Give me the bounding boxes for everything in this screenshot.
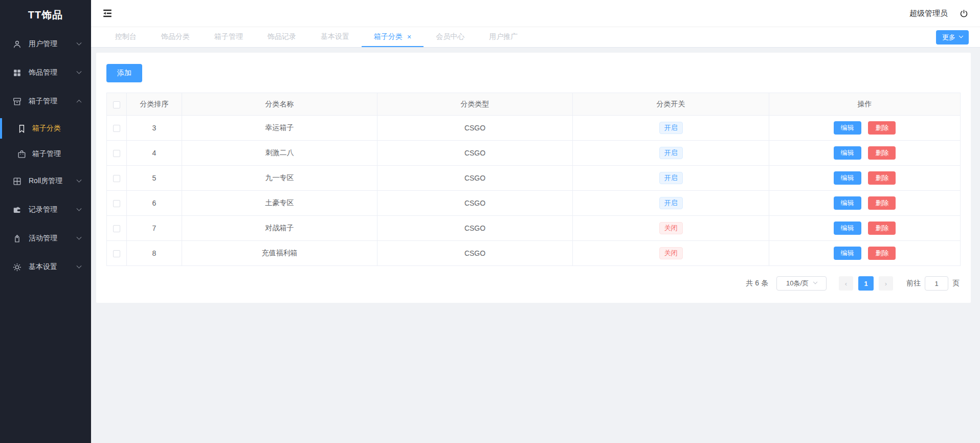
status-badge: 关闭: [659, 222, 683, 234]
tab-member-center[interactable]: 会员中心: [424, 27, 477, 47]
sidebar-item-user-management[interactable]: 用户管理: [0, 30, 91, 58]
row-checkbox[interactable]: [113, 225, 120, 232]
tab-user-promotion[interactable]: 用户推广: [477, 27, 530, 47]
chevron-down-icon: [959, 34, 963, 38]
cell-type: CSGO: [377, 216, 573, 241]
prev-page-button[interactable]: ‹: [839, 276, 853, 291]
delete-button[interactable]: 删除: [868, 196, 896, 210]
row-checkbox[interactable]: [113, 250, 120, 257]
column-header-order: 分类排序: [127, 93, 182, 116]
sidebar-item-label: 饰品管理: [29, 68, 57, 77]
table-row: 3 幸运箱子 CSGO 开启 编辑 删除: [107, 116, 961, 141]
row-checkbox[interactable]: [113, 200, 120, 207]
next-page-button[interactable]: ›: [879, 276, 893, 291]
edit-button[interactable]: 编辑: [834, 247, 861, 260]
sidebar-item-roll-room-management[interactable]: Roll房管理: [0, 167, 91, 195]
tab-ornament-category[interactable]: 饰品分类: [149, 27, 202, 47]
cell-name: 幸运箱子: [182, 116, 377, 141]
sidebar-item-label: 箱子分类: [32, 124, 61, 133]
edit-button[interactable]: 编辑: [834, 196, 861, 210]
status-badge: 开启: [659, 122, 683, 134]
cell-name: 九一专区: [182, 166, 377, 191]
tab-label: 会员中心: [436, 32, 464, 41]
table-row: 4 刺激二八 CSGO 开启 编辑 删除: [107, 141, 961, 166]
sidebar-item-basic-settings[interactable]: 基本设置: [0, 253, 91, 281]
cell-order: 3: [127, 116, 182, 141]
topbar-right: 超级管理员: [909, 9, 969, 18]
column-header-name: 分类名称: [182, 93, 377, 116]
top-header: 超级管理员: [91, 0, 980, 27]
sidebar-item-label: 基本设置: [29, 262, 57, 272]
cell-type: CSGO: [377, 166, 573, 191]
column-header-switch: 分类开关: [573, 93, 769, 116]
tab-box-category-active[interactable]: 箱子分类 ×: [362, 27, 424, 47]
tab-basic-settings[interactable]: 基本设置: [308, 27, 362, 47]
goto-page-input[interactable]: [925, 276, 948, 291]
cell-name: 对战箱子: [182, 216, 377, 241]
cell-order: 7: [127, 216, 182, 241]
edit-button[interactable]: 编辑: [834, 121, 861, 135]
delete-button[interactable]: 删除: [868, 247, 896, 260]
page-size-select[interactable]: 10条/页: [776, 276, 827, 291]
row-checkbox[interactable]: [113, 175, 120, 182]
chevron-down-icon: [813, 280, 817, 284]
edit-button[interactable]: 编辑: [834, 146, 861, 160]
view-tabs-bar: 控制台 饰品分类 箱子管理 饰品记录 基本设置 箱子分类 × 会员中心 用户推广…: [91, 27, 980, 48]
page-number-button[interactable]: 1: [858, 276, 874, 291]
page-unit-label: 页: [952, 279, 960, 288]
sidebar-item-box-management[interactable]: 箱子管理: [0, 87, 91, 116]
more-tabs-button[interactable]: 更多: [936, 30, 969, 45]
close-icon[interactable]: ×: [407, 33, 411, 40]
status-badge: 开启: [659, 197, 683, 209]
tab-label: 基本设置: [321, 32, 349, 41]
tab-console[interactable]: 控制台: [103, 27, 149, 47]
add-button[interactable]: 添加: [106, 64, 142, 82]
sidebar-item-label: 活动管理: [29, 234, 57, 243]
admin-name: 超级管理员: [909, 9, 948, 18]
gear-icon: [12, 262, 22, 272]
edit-button[interactable]: 编辑: [834, 221, 861, 235]
table-row: 6 土豪专区 CSGO 开启 编辑 删除: [107, 191, 961, 216]
bookmark-icon: [17, 124, 27, 134]
row-checkbox[interactable]: [113, 150, 120, 157]
sidebar-item-box-category[interactable]: 箱子分类: [0, 116, 91, 141]
bag-icon: [17, 149, 27, 159]
sidebar-item-record-management[interactable]: 记录管理: [0, 195, 91, 224]
category-table: 分类排序 分类名称 分类类型 分类开关 操作 3 幸运箱子 CSGO 开启: [106, 93, 961, 266]
cell-order: 4: [127, 141, 182, 166]
tab-box-management[interactable]: 箱子管理: [202, 27, 255, 47]
main-area: 超级管理员 控制台 饰品分类 箱子管理 饰品记录 基本设置 箱子分类 × 会员中…: [91, 0, 980, 443]
wallet-icon: [12, 205, 22, 215]
cell-type: CSGO: [377, 191, 573, 216]
delete-button[interactable]: 删除: [868, 221, 896, 235]
status-badge: 关闭: [659, 247, 683, 259]
collapse-sidebar-icon[interactable]: [102, 8, 113, 19]
power-icon[interactable]: [959, 9, 969, 18]
select-all-checkbox[interactable]: [113, 101, 120, 108]
header-select-cell: [107, 93, 127, 116]
chevron-down-icon: [77, 69, 82, 74]
delete-button[interactable]: 删除: [868, 171, 896, 185]
sidebar-item-activity-management[interactable]: 活动管理: [0, 224, 91, 253]
chevron-up-icon: [77, 99, 82, 104]
chevron-down-icon: [77, 234, 82, 239]
tab-ornament-records[interactable]: 饰品记录: [255, 27, 308, 47]
app-logo: TT饰品: [0, 0, 91, 30]
cell-order: 6: [127, 191, 182, 216]
row-checkbox[interactable]: [113, 125, 120, 132]
delete-button[interactable]: 删除: [868, 121, 896, 135]
price-tag-icon: [12, 234, 22, 243]
table-row: 7 对战箱子 CSGO 关闭 编辑 删除: [107, 216, 961, 241]
chevron-down-icon: [77, 206, 82, 211]
edit-button[interactable]: 编辑: [834, 171, 861, 185]
sidebar: TT饰品 用户管理 饰品管理 箱子管理: [0, 0, 91, 443]
tab-label: 箱子管理: [214, 32, 243, 41]
sidebar-item-ornament-management[interactable]: 饰品管理: [0, 58, 91, 87]
sidebar-submenu-box: 箱子分类 箱子管理: [0, 116, 91, 167]
tab-label: 饰品分类: [161, 32, 190, 41]
delete-button[interactable]: 删除: [868, 146, 896, 160]
chevron-down-icon: [77, 40, 82, 45]
sidebar-item-box-manage[interactable]: 箱子管理: [0, 141, 91, 167]
window-grid-icon: [12, 176, 22, 186]
tab-label: 用户推广: [489, 32, 518, 41]
